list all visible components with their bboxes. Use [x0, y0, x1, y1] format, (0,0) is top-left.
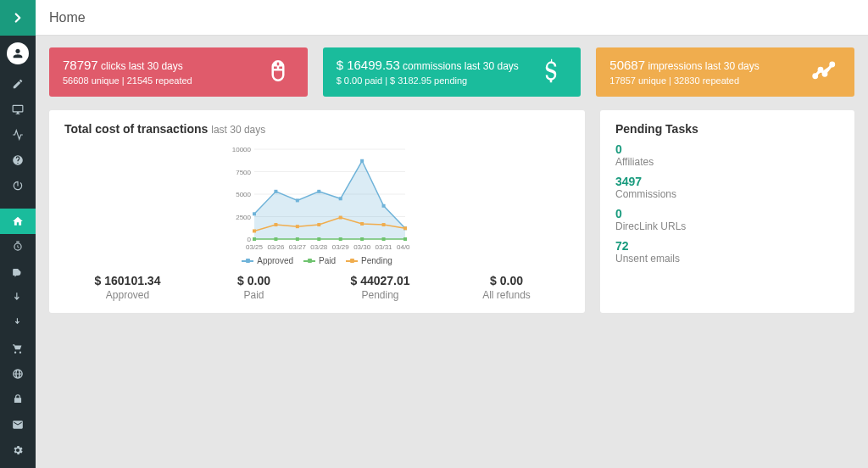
- svg-text:2500: 2500: [236, 214, 251, 221]
- svg-rect-20: [382, 204, 386, 208]
- svg-text:7500: 7500: [236, 169, 251, 176]
- svg-text:03/25: 03/25: [246, 243, 264, 251]
- summary-row: $ 160101.34Approved $ 0.00Paid $ 44027.0…: [64, 274, 570, 301]
- main-content: 78797 clicks last 30 days 56608 unique |…: [36, 36, 868, 468]
- sidebar-globe[interactable]: [0, 361, 36, 387]
- svg-rect-37: [403, 226, 407, 230]
- transactions-chart: 02500500075001000003/2503/2603/2703/2803…: [224, 144, 410, 254]
- topbar: Home: [36, 0, 868, 36]
- svg-point-3: [831, 63, 834, 66]
- sidebar-gear[interactable]: [0, 437, 36, 463]
- impressions-card[interactable]: 50687 impressions last 30 days 17857 uni…: [596, 47, 854, 97]
- task-direclink[interactable]: 0DirecLink URLs: [615, 207, 839, 232]
- svg-rect-17: [317, 190, 320, 193]
- svg-rect-27: [360, 237, 364, 241]
- svg-text:03/30: 03/30: [353, 243, 371, 251]
- impressions-label: impressions last 30 days: [648, 60, 759, 72]
- sidebar-basket[interactable]: [0, 336, 36, 361]
- sidebar-home[interactable]: [0, 209, 36, 234]
- summary-paid: $ 0.00Paid: [191, 274, 317, 301]
- svg-rect-35: [360, 222, 364, 226]
- sidebar-help[interactable]: [0, 148, 36, 173]
- svg-rect-25: [317, 237, 320, 241]
- svg-text:10000: 10000: [232, 146, 252, 153]
- lower-row: Total cost of transactions last 30 days …: [49, 110, 854, 313]
- sidebar-logo[interactable]: [0, 0, 36, 36]
- clicks-sub: 56608 unique | 21545 repeated: [63, 75, 294, 86]
- summary-approved: $ 160101.34Approved: [64, 274, 191, 301]
- page-title: Home: [49, 10, 86, 25]
- legend-pending: Pending: [346, 256, 392, 265]
- svg-text:5000: 5000: [236, 191, 251, 198]
- svg-text:03/29: 03/29: [332, 243, 350, 251]
- sidebar-power[interactable]: [0, 173, 36, 198]
- sidebar-timer[interactable]: [0, 234, 36, 259]
- svg-rect-22: [253, 237, 256, 241]
- svg-point-1: [819, 68, 822, 71]
- sidebar-desktop[interactable]: [0, 97, 36, 122]
- clicks-value: 78797: [63, 58, 98, 72]
- svg-rect-19: [360, 159, 364, 163]
- trend-icon: [812, 58, 837, 86]
- sidebar-tools[interactable]: [0, 463, 36, 468]
- sidebar-money[interactable]: [0, 387, 36, 412]
- commissions-sub: $ 0.00 paid | $ 3182.95 pending: [337, 75, 568, 86]
- legend-approved: Approved: [242, 256, 293, 265]
- commissions-card[interactable]: $ 16499.53 commissions last 30 days $ 0.…: [323, 47, 581, 97]
- commissions-value: $ 16499.53: [337, 58, 400, 72]
- impressions-sub: 17857 unique | 32830 repeated: [609, 75, 841, 86]
- svg-text:04/01: 04/01: [397, 243, 410, 251]
- svg-rect-28: [382, 237, 386, 241]
- summary-refunds: $ 0.00All refunds: [443, 274, 570, 301]
- svg-rect-32: [296, 225, 299, 228]
- mouse-icon: [265, 58, 291, 86]
- svg-point-2: [823, 72, 826, 75]
- sidebar-edit[interactable]: [0, 71, 36, 97]
- svg-rect-26: [339, 237, 342, 241]
- svg-rect-29: [403, 237, 407, 241]
- svg-text:0: 0: [248, 236, 252, 243]
- sidebar-avatar[interactable]: [0, 36, 36, 71]
- chart-container: 02500500075001000003/2503/2603/2703/2803…: [64, 144, 570, 254]
- impressions-value: 50687: [609, 58, 645, 72]
- legend-paid: Paid: [303, 256, 336, 265]
- sidebar-pointer[interactable]: [0, 285, 36, 310]
- commissions-label: commissions last 30 days: [403, 60, 519, 72]
- sidebar-pointer2[interactable]: [0, 310, 36, 336]
- svg-rect-18: [339, 197, 342, 200]
- commissions-line1: $ 16499.53 commissions last 30 days: [337, 58, 568, 72]
- avatar-icon: [7, 42, 29, 64]
- transactions-panel: Total cost of transactions last 30 days …: [49, 110, 585, 313]
- svg-text:03/28: 03/28: [310, 243, 328, 251]
- svg-rect-36: [382, 223, 386, 226]
- clicks-line1: 78797 clicks last 30 days: [63, 58, 294, 72]
- summary-pending: $ 44027.01Pending: [317, 274, 443, 301]
- clicks-card[interactable]: 78797 clicks last 30 days 56608 unique |…: [49, 47, 308, 97]
- svg-rect-34: [339, 216, 342, 220]
- task-commissions[interactable]: 3497Commissions: [615, 175, 839, 200]
- svg-text:03/26: 03/26: [267, 243, 285, 251]
- pending-tasks-title: Pending Tasks: [615, 122, 839, 136]
- transactions-title: Total cost of transactions last 30 days: [64, 122, 570, 136]
- impressions-line1: 50687 impressions last 30 days: [609, 58, 841, 72]
- sidebar-activity[interactable]: [0, 122, 36, 148]
- clicks-label: clicks last 30 days: [101, 60, 183, 72]
- svg-rect-33: [317, 223, 320, 226]
- svg-rect-16: [296, 198, 299, 202]
- svg-rect-31: [274, 223, 277, 226]
- pending-tasks-panel: Pending Tasks 0Affiliates 3497Commission…: [600, 110, 854, 313]
- stat-cards-row: 78797 clicks last 30 days 56608 unique |…: [49, 47, 854, 97]
- sidebar-mail[interactable]: [0, 412, 36, 437]
- dollar-icon: [538, 58, 564, 86]
- sidebar-announce[interactable]: [0, 259, 36, 285]
- svg-rect-15: [274, 190, 277, 193]
- task-affiliates[interactable]: 0Affiliates: [615, 142, 839, 168]
- svg-rect-14: [253, 212, 256, 215]
- svg-text:03/27: 03/27: [289, 243, 307, 251]
- task-emails[interactable]: 72Unsent emails: [615, 239, 839, 265]
- svg-rect-24: [296, 237, 299, 241]
- svg-rect-30: [253, 229, 256, 232]
- svg-point-0: [814, 75, 817, 78]
- svg-text:03/31: 03/31: [376, 243, 393, 251]
- sidebar: [0, 0, 36, 468]
